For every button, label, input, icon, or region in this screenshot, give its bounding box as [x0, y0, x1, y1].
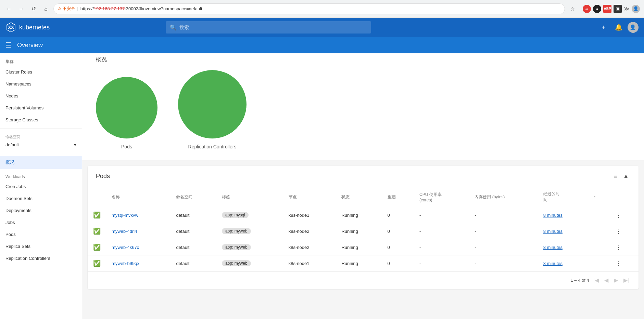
sidebar-item-overview[interactable]: 概况 [0, 156, 82, 169]
charts-section-header: 概况 [82, 53, 644, 63]
sidebar-item-storage-classes[interactable]: Storage Classes [0, 114, 82, 126]
collapse-button[interactable]: ▲ [621, 171, 630, 181]
replication-controllers-chart-label: Replication Controllers [188, 144, 237, 149]
row-time-1[interactable]: 8 minutes [538, 223, 588, 239]
sidebar: 集群 Cluster Roles Namespaces Nodes Persis… [0, 53, 82, 319]
app-logo: kubernetes [5, 22, 50, 33]
pods-chart-label: Pods [121, 144, 132, 149]
row-memory-1: - [469, 223, 538, 239]
row-restart-2: 0 [382, 239, 414, 255]
ext-icon-2[interactable]: ● [593, 5, 601, 13]
search-icon: 🔍 [170, 24, 177, 31]
col-restart-header: 重启 [382, 187, 414, 207]
row-more-0[interactable]: ⋮ [610, 207, 639, 223]
row-memory-0: - [469, 207, 538, 223]
header-actions: + 🔔 👤 [597, 21, 639, 34]
row-name-1[interactable]: myweb-4drl4 [106, 223, 171, 239]
home-button[interactable]: ⌂ [41, 4, 51, 14]
table-header-row: 名称 命名空间 标签 节点 状态 重启 CPU 使用率 (cores) 内存使用… [88, 187, 639, 207]
search-bar[interactable]: 🔍 [166, 21, 371, 34]
row-cpu-1: - [414, 223, 469, 239]
ext-icon-tv[interactable]: ▣ [614, 5, 622, 13]
namespace-section: 命名空间 default ▾ [0, 132, 82, 150]
row-namespace-2: default [171, 239, 216, 255]
back-button[interactable]: ← [4, 4, 14, 14]
row-more-3[interactable]: ⋮ [610, 255, 639, 271]
row-name-3[interactable]: myweb-b99qx [106, 255, 171, 271]
pods-section: Pods ≡ ▲ 名称 命名空间 标签 节点 状态 重启 C [88, 166, 639, 289]
charts-wrapper: 概况 Pods Replication Controllers [82, 53, 644, 160]
row-time-3[interactable]: 8 minutes [538, 255, 588, 271]
namespace-selector[interactable]: default ▾ [5, 141, 76, 149]
browser-extension-icons: ∞ ● ABP ▣ ≫ 👤 [583, 5, 640, 13]
user-avatar[interactable]: 👤 [632, 5, 640, 13]
row-time-2[interactable]: 8 minutes [538, 239, 588, 255]
col-actions [610, 187, 639, 207]
row-name-0[interactable]: mysql-mvkvw [106, 207, 171, 223]
table-row: ✅ myweb-4drl4 default app: myweb k8s-nod… [88, 223, 639, 239]
ext-overflow[interactable]: ≫ [624, 5, 630, 12]
row-time-0[interactable]: 8 minutes [538, 207, 588, 223]
sidebar-item-namespaces[interactable]: Namespaces [0, 78, 82, 90]
filter-button[interactable]: ≡ [613, 171, 619, 181]
sidebar-divider-1 [0, 129, 82, 129]
sidebar-item-cluster-roles[interactable]: Cluster Roles [0, 66, 82, 78]
row-status-3: Running [336, 255, 382, 271]
app-header: kubernetes 🔍 + 🔔 👤 [0, 18, 644, 37]
col-time-header: 经过的时 间 [538, 187, 588, 207]
hamburger-menu-button[interactable]: ☰ [5, 41, 12, 49]
col-namespace-header: 命名空间 [171, 187, 216, 207]
row-restart-1: 0 [382, 223, 414, 239]
sidebar-item-nodes[interactable]: Nodes [0, 90, 82, 102]
row-sort-2 [588, 239, 610, 255]
notification-button[interactable]: 🔔 [613, 21, 625, 34]
row-status-0: Running [336, 207, 382, 223]
sidebar-item-cron-jobs[interactable]: Cron Jobs [0, 181, 82, 192]
bookmark-star[interactable]: ☆ [568, 4, 577, 14]
address-bar[interactable]: ⚠ 不安全 | https://192.168.27.137:30002/#/o… [53, 3, 565, 14]
sidebar-item-replica-sets[interactable]: Replica Sets [0, 240, 82, 252]
row-sort-1 [588, 223, 610, 239]
namespace-section-title: 命名空间 [5, 134, 76, 139]
row-tag-2: app: myweb [216, 239, 283, 255]
sidebar-item-persistent-volumes[interactable]: Persistent Volumes [0, 102, 82, 114]
search-input[interactable] [179, 25, 367, 30]
pods-chart: Pods [96, 77, 157, 149]
user-menu-button[interactable]: 👤 [628, 22, 639, 33]
pagination-first-button[interactable]: |◀ [592, 276, 600, 285]
pagination-next-button[interactable]: ▶ [613, 276, 619, 285]
pagination: 1 – 4 of 4 |◀ ◀ ▶ ▶| [88, 271, 639, 289]
sidebar-item-daemon-sets[interactable]: Daemon Sets [0, 192, 82, 204]
pagination-last-button[interactable]: ▶| [622, 276, 630, 285]
col-memory-header: 内存使用 (bytes) [469, 187, 538, 207]
row-more-2[interactable]: ⋮ [610, 239, 639, 255]
url-display: https://192.168.27.137:30002/#/overview?… [80, 6, 202, 11]
sidebar-item-replication-controllers[interactable]: Replication Controllers [0, 252, 82, 264]
browser-chrome: ← → ↺ ⌂ ⚠ 不安全 | https://192.168.27.137:3… [0, 0, 644, 18]
forward-button[interactable]: → [16, 4, 26, 14]
row-status-icon-1: ✅ [88, 223, 106, 239]
sidebar-item-jobs[interactable]: Jobs [0, 216, 82, 228]
sidebar-item-deployments[interactable]: Deployments [0, 204, 82, 216]
reload-button[interactable]: ↺ [29, 4, 38, 14]
row-namespace-0: default [171, 207, 216, 223]
col-name-header: 名称 [106, 187, 171, 207]
row-sort-0 [588, 207, 610, 223]
row-namespace-3: default [171, 255, 216, 271]
col-status-header: 状态 [336, 187, 382, 207]
sidebar-divider-2 [0, 153, 82, 153]
ext-icon-abp[interactable]: ABP [603, 5, 611, 13]
row-node-3: k8s-node1 [283, 255, 336, 271]
row-more-1[interactable]: ⋮ [610, 223, 639, 239]
row-tag-0: app: mysql [216, 207, 283, 223]
row-name-2[interactable]: myweb-4k67x [106, 239, 171, 255]
pagination-prev-button[interactable]: ◀ [603, 276, 610, 285]
pods-donut-chart [96, 77, 157, 138]
col-tags-header: 标签 [216, 187, 283, 207]
sidebar-item-pods[interactable]: Pods [0, 228, 82, 240]
page-nav: ☰ Overview [0, 37, 644, 53]
row-tag-1: app: myweb [216, 223, 283, 239]
add-button[interactable]: + [597, 21, 610, 34]
ext-icon-1[interactable]: ∞ [583, 5, 591, 13]
pagination-range: 1 – 4 of 4 [570, 278, 589, 283]
